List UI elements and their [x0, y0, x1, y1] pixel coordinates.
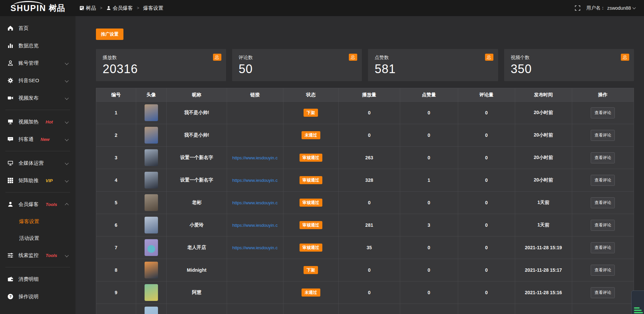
- video-link[interactable]: https://www.iesdouyin.c: [232, 245, 278, 250]
- equalizer-bar: [634, 312, 643, 313]
- cell-link: [227, 281, 283, 304]
- cell-publish-time: [515, 304, 572, 314]
- cell-publish-time: 1天前: [515, 192, 572, 214]
- avatar: [145, 239, 158, 256]
- sidebar-item-label: 首页: [18, 25, 29, 32]
- chevron-down-icon: [65, 178, 68, 182]
- stat-card-value: 350: [511, 62, 628, 76]
- chevron-down-icon: [65, 161, 68, 165]
- cell-likes: 0: [400, 237, 458, 259]
- chevron-down-icon: [633, 6, 636, 9]
- fullscreen-icon[interactable]: [575, 5, 580, 11]
- cell-comments: 0: [458, 237, 515, 259]
- table-row: 7老人开店https://www.iesdouyin.c审核通过35002021…: [96, 237, 634, 259]
- view-comments-button[interactable]: 查看评论: [591, 242, 615, 253]
- cell-comments: 0: [458, 192, 515, 214]
- cell-actions: 查看评论: [572, 124, 634, 147]
- avatar: [145, 307, 158, 314]
- breadcrumb-item[interactable]: 树品: [79, 5, 96, 11]
- cell-comments: 0: [458, 214, 515, 237]
- stat-card-value: 50: [239, 62, 356, 76]
- logo[interactable]: SHUPIN 树品: [0, 0, 75, 16]
- stat-card: 点赞数581总: [368, 49, 498, 81]
- column-header: 昵称: [166, 88, 227, 102]
- cell-status: [283, 304, 338, 314]
- cell-nickname: 老彬: [166, 192, 227, 214]
- cell-plays: [338, 304, 400, 314]
- view-comments-button[interactable]: 查看评论: [591, 130, 615, 141]
- cell-status: 未通过: [283, 281, 338, 304]
- cell-avatar: [136, 102, 166, 124]
- sidebar-item-label: 线索监控: [18, 252, 39, 259]
- stat-card-label: 播放数: [103, 55, 219, 61]
- cell-status: 审核通过: [283, 147, 338, 169]
- cell-link: [227, 259, 283, 281]
- promo-settings-button[interactable]: 推广设置: [96, 29, 123, 40]
- sidebar-item-operation-guide[interactable]: ?操作说明: [0, 288, 75, 305]
- sidebar-item-media-operation[interactable]: 全媒体运营: [0, 154, 75, 172]
- total-badge: 总: [485, 54, 493, 61]
- publish-icon: [7, 95, 13, 101]
- baoke-table: 编号头像昵称链接状态播放量点赞量评论量发布时间操作 1我不是小帅!下架00020…: [96, 88, 634, 314]
- cell-id: 9: [96, 281, 136, 304]
- video-link[interactable]: https://www.iesdouyin.c: [232, 223, 278, 228]
- view-comments-button[interactable]: 查看评论: [591, 197, 615, 208]
- sidebar-item-label: 矩阵助推: [18, 177, 39, 184]
- sidebar-item-label: 操作说明: [18, 294, 39, 300]
- video-link[interactable]: https://www.iesdouyin.c: [232, 178, 278, 183]
- topbar: SHUPIN 树品 树品>会员爆客>爆客设置 用户名：zswodun88: [0, 0, 644, 16]
- chevron-down-icon: [65, 78, 68, 82]
- view-comments-button[interactable]: 查看评论: [591, 287, 615, 298]
- sidebar-subitem-activity-settings[interactable]: 活动设置: [0, 230, 75, 247]
- cell-status: 未通过: [283, 124, 338, 147]
- cell-status: 审核通过: [283, 237, 338, 259]
- sidebar-item-account-management[interactable]: 账号管理: [0, 54, 75, 72]
- cell-likes: 0: [400, 259, 458, 281]
- sidebar-item-label: 视频加热: [18, 119, 39, 125]
- sidebar-subitem-baoke-settings[interactable]: 爆客设置: [0, 213, 75, 230]
- chevron-down-icon: [65, 61, 68, 65]
- view-comments-button[interactable]: 查看评论: [591, 107, 615, 118]
- sidebar-item-doukertong[interactable]: 抖客通New: [0, 130, 75, 148]
- user-menu[interactable]: 用户名：zswodun88: [586, 5, 635, 11]
- stat-card: 评论数50总: [232, 49, 362, 81]
- cell-actions: 查看评论: [572, 259, 634, 281]
- monitor-icon: [7, 160, 13, 166]
- avatar: [145, 172, 158, 189]
- cell-link: [227, 304, 283, 314]
- view-comments-button[interactable]: 查看评论: [591, 152, 615, 163]
- svg-text:?: ?: [9, 295, 12, 299]
- cell-plays: 0: [338, 124, 400, 147]
- cell-actions: 查看评论: [572, 102, 634, 124]
- status-badge: 审核通过: [300, 244, 322, 252]
- breadcrumb-label: 树品: [86, 5, 96, 11]
- avatar: [145, 149, 158, 166]
- column-header: 编号: [96, 88, 136, 102]
- sidebar-item-video-heat[interactable]: 视频加热Hot: [0, 113, 75, 130]
- view-comments-button[interactable]: 查看评论: [591, 175, 615, 186]
- breadcrumb: 树品>会员爆客>爆客设置: [79, 5, 163, 11]
- breadcrumb-item[interactable]: 会员爆客: [106, 5, 133, 11]
- cell-status: 下架: [283, 259, 338, 281]
- cell-actions: 查看评论: [572, 169, 634, 192]
- cell-avatar: [136, 214, 166, 237]
- cell-link: [227, 124, 283, 147]
- view-comments-button[interactable]: 查看评论: [591, 265, 615, 276]
- avatar: [145, 217, 158, 233]
- sidebar-item-data-overview[interactable]: 数据总览: [0, 37, 75, 54]
- view-comments-button[interactable]: 查看评论: [591, 220, 615, 231]
- sidebar-item-douyin-seo[interactable]: 抖音SEO: [0, 72, 75, 89]
- video-link[interactable]: https://www.iesdouyin.c: [232, 155, 278, 160]
- floating-widget[interactable]: [631, 291, 644, 314]
- breadcrumb-item[interactable]: 爆客设置: [143, 5, 163, 11]
- video-link[interactable]: https://www.iesdouyin.c: [232, 200, 278, 205]
- sidebar-item-member-baoke[interactable]: 会员爆客Tools: [0, 196, 75, 213]
- cell-likes: 0: [400, 102, 458, 124]
- sidebar-item-matrix-boost[interactable]: 矩阵助推VIP: [0, 172, 75, 189]
- sidebar-item-consume-detail[interactable]: 消费明细: [0, 270, 75, 288]
- divider: [5, 192, 70, 193]
- sidebar-item-home[interactable]: 首页: [0, 19, 75, 37]
- sidebar-item-video-publish[interactable]: 视频发布: [0, 89, 75, 107]
- sidebar-item-clue-monitor[interactable]: 线索监控Tools: [0, 247, 75, 264]
- cell-plays: 0: [338, 102, 400, 124]
